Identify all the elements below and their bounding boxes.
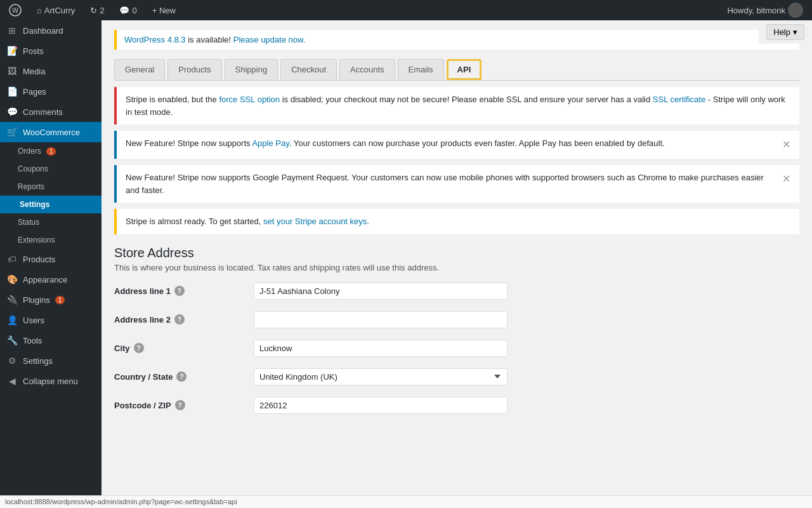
pages-icon: 📄 (6, 86, 18, 97)
sidebar-label-products: Products (23, 255, 55, 264)
woocommerce-icon: 🛒 (6, 126, 18, 138)
stripe-ready-notice: Stripe is almost ready. To get started, … (114, 209, 799, 234)
postcode-help-icon[interactable]: ? (175, 400, 185, 410)
address1-help-icon[interactable]: ? (174, 286, 185, 296)
site-name-button[interactable]: ⌂ ArtCurry (33, 0, 79, 20)
sidebar-item-posts[interactable]: 📝 Posts (0, 41, 102, 61)
sidebar-label-settings: Settings (20, 200, 49, 209)
help-button[interactable]: Help ▾ (766, 24, 804, 40)
sidebar-item-settings2[interactable]: ⚙ Settings (0, 351, 102, 371)
postcode-input[interactable] (254, 397, 508, 414)
sidebar-item-pages[interactable]: 📄 Pages (0, 81, 102, 102)
new-content-button[interactable]: + New (148, 0, 180, 20)
stripe-ready-text2: . (367, 217, 369, 226)
comments-button[interactable]: 💬 0 (115, 0, 140, 20)
tools-icon: 🔧 (6, 335, 18, 346)
sidebar-item-reports[interactable]: Reports (0, 178, 102, 196)
sidebar-label-users: Users (23, 316, 44, 325)
plugins-icon: 🔌 (6, 294, 18, 305)
address2-label-text: Address line 2 (114, 315, 171, 324)
sidebar-item-appearance[interactable]: 🎨 Appearance (0, 269, 102, 290)
sidebar-item-plugins[interactable]: 🔌 Plugins 1 (0, 290, 102, 310)
tab-products[interactable]: Products (167, 59, 221, 80)
collapse-icon: ◀ (6, 375, 18, 387)
products-icon: 🏷 (6, 253, 18, 265)
apple-pay-close-button[interactable]: ✕ (782, 137, 790, 152)
address1-input[interactable] (254, 283, 508, 300)
comments-sidebar-icon: 💬 (6, 106, 18, 117)
update-now-link[interactable]: Please update now. (233, 35, 305, 44)
stripe-ssl-notice: Stripe is enabled, but the force SSL opt… (114, 87, 799, 124)
sidebar-label-media: Media (23, 67, 45, 76)
orders-badge: 1 (46, 147, 56, 156)
force-ssl-link[interactable]: force SSL option (219, 95, 280, 104)
sidebar-label-pages: Pages (23, 87, 46, 97)
wp-logo-button[interactable]: W (5, 0, 25, 20)
sidebar-item-media[interactable]: 🖼 Media (0, 61, 102, 81)
users-icon: 👤 (6, 314, 18, 326)
sidebar-item-status[interactable]: Status (0, 213, 102, 231)
main-layout: ⊞ Dashboard 📝 Posts 🖼 Media 📄 Pages 💬 Co… (0, 20, 812, 508)
tab-emails[interactable]: Emails (398, 59, 444, 80)
woocommerce-submenu: Orders 1 Coupons Reports Settings Status… (0, 142, 102, 249)
sidebar-item-tools[interactable]: 🔧 Tools (0, 330, 102, 351)
country-select[interactable]: United Kingdom (UK) United States (US) I… (254, 368, 508, 385)
tab-general[interactable]: General (114, 59, 165, 80)
address2-label: Address line 2 ? (114, 314, 254, 324)
sidebar-label-settings2: Settings (23, 356, 53, 366)
sidebar-item-comments[interactable]: 💬 Comments (0, 102, 102, 122)
revisions-icon: ↻ (90, 6, 97, 15)
site-name: ArtCurry (44, 6, 75, 15)
wordpress-version-link[interactable]: WordPress 4.8.3 (124, 35, 186, 44)
address2-input[interactable] (254, 311, 508, 328)
sidebar-item-woocommerce[interactable]: 🛒 WooCommerce (0, 122, 102, 142)
address2-help-icon[interactable]: ? (174, 314, 185, 324)
tab-accounts[interactable]: Accounts (339, 59, 395, 80)
stripe-account-keys-link[interactable]: set your Stripe account keys (263, 217, 367, 226)
update-text: is available! (188, 35, 233, 44)
revisions-button[interactable]: ↻ 2 (86, 0, 108, 20)
google-payment-close-button[interactable]: ✕ (782, 171, 790, 187)
postcode-label-text: Postcode / ZIP (114, 401, 171, 410)
statusbar: localhost:8888/wordpress/wp-admin/admin.… (0, 495, 812, 508)
sidebar-item-coupons[interactable]: Coupons (0, 160, 102, 178)
sidebar-label-woocommerce: WooCommerce (23, 128, 80, 137)
tab-api[interactable]: API (447, 59, 482, 80)
statusbar-url: localhost:8888/wordpress/wp-admin/admin.… (5, 498, 237, 505)
sidebar-label-status: Status (18, 218, 39, 227)
stripe-error-text1: Stripe is enabled, but the (126, 95, 219, 104)
sidebar-item-settings[interactable]: Settings (0, 196, 102, 213)
apple-pay-link[interactable]: Apple Pay (252, 138, 289, 148)
main-content: WordPress 4.8.3 is available! Please upd… (102, 20, 812, 508)
address1-label-text: Address line 1 (114, 286, 171, 296)
sidebar-item-orders[interactable]: Orders 1 (0, 142, 102, 160)
posts-icon: 📝 (6, 45, 18, 57)
sidebar-item-extensions[interactable]: Extensions (0, 231, 102, 249)
tab-checkout[interactable]: Checkout (280, 59, 337, 80)
sidebar-label-coupons: Coupons (18, 164, 48, 173)
avatar (788, 3, 803, 18)
store-address-title: Store Address (114, 246, 799, 260)
howdy-menu[interactable]: Howdy, bitmonk (723, 0, 807, 20)
new-label: + New (152, 6, 176, 15)
tab-shipping[interactable]: Shipping (225, 59, 278, 80)
ssl-cert-link[interactable]: SSL certificate (653, 95, 705, 104)
city-input[interactable] (254, 340, 508, 357)
sidebar-item-users[interactable]: 👤 Users (0, 310, 102, 330)
sidebar-label-posts: Posts (23, 46, 44, 56)
city-help-icon[interactable]: ? (134, 343, 144, 353)
dashboard-icon: ⊞ (6, 25, 18, 36)
apple-pay-notice: New Feature! Stripe now supports Apple P… (114, 131, 799, 159)
sidebar-label-appearance: Appearance (23, 275, 67, 284)
sidebar-label-plugins: Plugins (23, 295, 50, 305)
sidebar: ⊞ Dashboard 📝 Posts 🖼 Media 📄 Pages 💬 Co… (0, 20, 102, 508)
google-payment-notice: New Feature! Stripe now supports Google … (114, 165, 799, 203)
sidebar-item-products[interactable]: 🏷 Products (0, 249, 102, 269)
stripe-ready-text1: Stripe is almost ready. To get started, (126, 217, 263, 226)
sidebar-item-dashboard[interactable]: ⊞ Dashboard (0, 20, 102, 41)
revisions-count: 2 (100, 6, 104, 15)
country-help-icon[interactable]: ? (176, 371, 187, 382)
sidebar-label-collapse: Collapse menu (23, 377, 78, 386)
city-label-text: City (114, 344, 130, 353)
sidebar-item-collapse[interactable]: ◀ Collapse menu (0, 371, 102, 391)
